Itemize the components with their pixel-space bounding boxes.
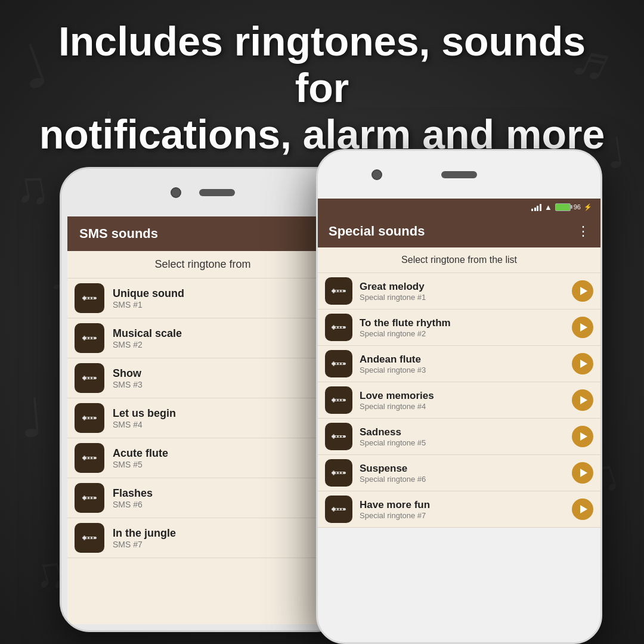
sms-item-title: Musical scale	[113, 327, 182, 340]
svg-point-54	[342, 400, 343, 401]
sms-item-icon	[75, 523, 104, 553]
special-list-item[interactable]: Great melody Special ringtone #1	[318, 273, 600, 309]
svg-point-58	[339, 436, 340, 438]
special-item-sub: Special ringtone #6	[360, 475, 565, 484]
battery-icon	[555, 203, 571, 211]
svg-point-29	[92, 497, 94, 499]
sms-item-title: Unique sound	[113, 287, 184, 300]
special-item-sub: Special ringtone #1	[360, 293, 565, 302]
phone-back-screen: SMS sounds Select ringtone from Unique s…	[67, 216, 338, 624]
play-button-7[interactable]	[572, 499, 593, 520]
special-list-item[interactable]: Sadness Special ringtone #5	[318, 419, 600, 455]
svg-rect-16	[83, 416, 85, 420]
svg-rect-6	[83, 336, 85, 340]
charging-icon: ⚡	[584, 203, 592, 211]
svg-point-48	[339, 363, 340, 365]
play-button-3[interactable]	[572, 353, 593, 374]
sms-item-icon	[75, 363, 104, 393]
svg-point-59	[342, 436, 343, 438]
special-item-text: Sadness Special ringtone #5	[360, 426, 565, 447]
sms-item-text: Flashes SMS #6	[113, 487, 153, 509]
play-button-5[interactable]	[572, 426, 593, 447]
special-item-title: Love memories	[360, 390, 565, 402]
special-item-icon	[325, 350, 352, 377]
sms-list-item[interactable]: Musical scale SMS #2	[67, 318, 338, 358]
svg-point-13	[89, 377, 91, 379]
svg-point-69	[342, 509, 343, 510]
sms-item-title: In the jungle	[113, 527, 176, 540]
sms-list-item[interactable]: Show SMS #3	[67, 358, 338, 398]
svg-point-34	[92, 537, 94, 539]
special-item-text: Suspense Special ringtone #6	[360, 463, 565, 484]
svg-rect-11	[83, 376, 85, 380]
svg-rect-56	[333, 434, 335, 439]
play-button-6[interactable]	[572, 462, 593, 484]
special-item-text: Great melody Special ringtone #1	[360, 281, 565, 302]
sms-item-icon	[75, 283, 104, 313]
special-item-title: To the flute rhythm	[360, 317, 565, 329]
svg-point-44	[342, 327, 343, 329]
svg-point-47	[336, 363, 338, 365]
special-list-item[interactable]: To the flute rhythm Special ringtone #2	[318, 309, 600, 346]
svg-point-9	[92, 338, 94, 339]
svg-point-33	[89, 537, 91, 539]
sms-item-icon	[75, 443, 104, 473]
sms-list-item[interactable]: Flashes SMS #6	[67, 478, 338, 518]
special-list-item[interactable]: Have more fun Special ringtone #7	[318, 491, 600, 528]
svg-point-7	[86, 338, 88, 339]
svg-point-14	[92, 377, 94, 379]
sms-item-icon	[75, 403, 104, 433]
svg-rect-41	[333, 325, 335, 330]
sms-list-item[interactable]: Let us begin SMS #4	[67, 398, 338, 438]
sms-item-sub: SMS #3	[113, 380, 143, 389]
svg-point-17	[86, 417, 88, 419]
sms-subtitle: Select ringtone from	[67, 251, 338, 278]
special-item-title: Andean flute	[360, 354, 565, 366]
special-item-title: Suspense	[360, 463, 565, 475]
special-item-title: Have more fun	[360, 499, 565, 511]
play-button-4[interactable]	[572, 389, 593, 411]
svg-point-64	[342, 472, 343, 474]
sms-list-item[interactable]: Unique sound SMS #1	[67, 278, 338, 318]
svg-point-8	[89, 338, 91, 339]
front-camera	[371, 169, 382, 180]
special-item-sub: Special ringtone #7	[360, 511, 565, 520]
play-button-2[interactable]	[572, 317, 593, 338]
special-header-title: Special sounds	[329, 224, 425, 239]
front-speaker	[441, 171, 477, 178]
svg-point-62	[336, 472, 338, 474]
special-item-icon	[325, 496, 352, 523]
svg-rect-66	[333, 507, 335, 512]
special-list-item[interactable]: Suspense Special ringtone #6	[318, 455, 600, 491]
menu-dots-button[interactable]: ⋮	[577, 224, 590, 239]
svg-point-53	[339, 400, 340, 401]
play-button-1[interactable]	[572, 280, 593, 302]
sms-app-header: SMS sounds	[67, 216, 338, 251]
special-item-icon	[325, 423, 352, 450]
special-list-item[interactable]: Love memories Special ringtone #4	[318, 382, 600, 419]
svg-point-23	[89, 457, 91, 459]
sms-item-icon	[75, 483, 104, 513]
svg-rect-51	[333, 398, 335, 402]
special-app-header: Special sounds ⋮	[318, 215, 600, 247]
sms-list-item[interactable]: In the jungle SMS #7	[67, 518, 338, 558]
special-list-item[interactable]: Andean flute Special ringtone #3	[318, 346, 600, 382]
battery-percent: 96	[574, 203, 581, 210]
phone-back-top-bar	[61, 169, 344, 216]
sms-item-text: Musical scale SMS #2	[113, 327, 182, 349]
headline-line1: Includes ringtones, sounds for	[58, 18, 586, 110]
svg-rect-36	[333, 289, 335, 293]
special-item-text: To the flute rhythm Special ringtone #2	[360, 317, 565, 338]
phones-container: SMS sounds Select ringtone from Unique s…	[30, 149, 614, 644]
special-item-sub: Special ringtone #2	[360, 329, 565, 338]
special-item-text: Have more fun Special ringtone #7	[360, 499, 565, 520]
svg-point-28	[89, 497, 91, 499]
sms-item-sub: SMS #2	[113, 340, 182, 349]
sms-item-text: Acute flute SMS #5	[113, 447, 168, 469]
signal-icon	[531, 203, 541, 211]
svg-point-37	[336, 290, 338, 292]
sms-header-title: SMS sounds	[79, 226, 158, 241]
status-icons: ▲ 96 ⚡	[531, 203, 592, 212]
svg-point-22	[86, 457, 88, 459]
sms-list-item[interactable]: Acute flute SMS #5	[67, 438, 338, 478]
